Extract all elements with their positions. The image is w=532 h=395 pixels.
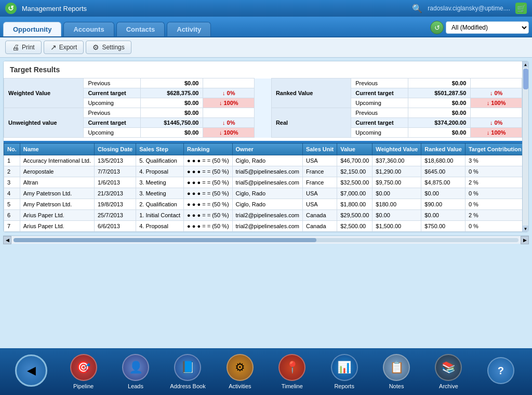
rv-curr-value: $501,287.50: [408, 88, 471, 98]
table-row: 7Arius Paper Ltd.6/6/20134. Proposal● ● …: [4, 221, 529, 232]
col-target-contribution: Target Contribution: [465, 143, 525, 155]
wv-curr-label: Current target: [84, 88, 141, 98]
rv-up-value: $0.00: [408, 98, 471, 108]
toolbar: 🖨 Print ↗ Export ⚙ Settings: [0, 37, 532, 58]
rv-curr-label: Current target: [351, 88, 408, 98]
table-header-row: No. Name Closing Date Sales Step Ranking…: [4, 143, 529, 155]
real-label: Real: [271, 108, 351, 138]
tab-contacts[interactable]: Contacts: [116, 22, 165, 36]
leads-icon: 👤: [122, 354, 149, 381]
col-sales-step: Sales Step: [136, 143, 184, 155]
nav-pipeline[interactable]: 🎯 Pipeline: [57, 354, 109, 389]
col-value: Value: [337, 143, 373, 155]
rv-prev-value: $0.00: [408, 78, 471, 88]
col-sales-unit: Sales Unit: [303, 143, 337, 155]
vertical-scrollbar[interactable]: ▲ ▼: [522, 61, 528, 232]
nav-home[interactable]: ◀: [5, 354, 57, 389]
cart-icon[interactable]: 🛒: [515, 3, 527, 14]
table-row: Weighted Value Previous $0.00 Ranked Val…: [4, 78, 522, 88]
topbar: ↺ Management Reports 🔍 radoslav.ciglansk…: [0, 0, 532, 17]
scroll-right-button[interactable]: ▶: [521, 236, 529, 244]
wv-up-label: Upcoming: [84, 98, 141, 108]
col-weighted-value: Weighted Value: [373, 143, 421, 155]
archive-icon: 📚: [435, 354, 462, 381]
uv-curr-pct: ↓ 0%: [203, 118, 255, 128]
nav-reports[interactable]: 📊 Reports: [318, 354, 370, 389]
col-closing-date: Closing Date: [94, 143, 136, 155]
wv-up-value: $0.00: [140, 98, 203, 108]
table-row: 2Aeropostale7/7/20134. Proposal● ● ● = =…: [4, 166, 529, 177]
filter-select[interactable]: All (Modified) All My Opportunities: [446, 21, 529, 34]
col-name: Name: [20, 143, 94, 155]
ranked-value-label: Ranked Value: [271, 78, 351, 108]
export-button[interactable]: ↗ Export: [44, 41, 84, 54]
nav-archive[interactable]: 📚 Archive: [422, 354, 474, 389]
col-ranking: Ranking: [184, 143, 232, 155]
nav-leads[interactable]: 👤 Leads: [110, 354, 162, 389]
target-results-table: Weighted Value Previous $0.00 Ranked Val…: [4, 78, 522, 138]
weighted-value-label: Weighted Value: [4, 78, 84, 108]
nav-timeline[interactable]: 📍 Timeline: [266, 354, 318, 389]
scroll-left-button[interactable]: ◀: [3, 236, 11, 244]
nav-address-book[interactable]: 📘 Address Book: [162, 354, 214, 389]
uv-curr-value: $1445,750.00: [140, 118, 203, 128]
address-book-icon: 📘: [174, 354, 201, 381]
rv-curr-pct: ↓ 0%: [471, 88, 522, 98]
tab-activity[interactable]: Activity: [167, 22, 211, 36]
col-owner: Owner: [232, 143, 302, 155]
nav-activities[interactable]: ⚙ Activities: [214, 354, 266, 389]
uv-prev-value: $0.00: [140, 108, 203, 118]
table-row: Unweighted value Previous $0.00 Real Pre…: [4, 108, 522, 118]
uv-up-pct: ↓ 100%: [203, 128, 255, 138]
wv-up-pct: ↓ 100%: [203, 98, 255, 108]
print-icon: 🖨: [12, 43, 19, 51]
notes-icon: 📋: [383, 354, 410, 381]
target-results-header: Target Results: [4, 61, 522, 78]
export-icon: ↗: [50, 43, 57, 51]
nav-pipeline-label: Pipeline: [73, 383, 94, 389]
user-label: radoslav.ciglansky@uptime....: [428, 5, 510, 12]
wv-prev-label: Previous: [84, 78, 141, 88]
settings-icon: ⚙: [92, 43, 99, 51]
nav-help[interactable]: ?: [475, 357, 527, 386]
wv-curr-pct: ↓ 0%: [203, 88, 255, 98]
content-wrapper: Target Results Weighted Value Previous $…: [0, 58, 532, 345]
scroll-up-button[interactable]: ▲: [523, 61, 529, 68]
rv-up-label: Upcoming: [351, 98, 408, 108]
help-icon: ?: [487, 357, 514, 384]
filter-group: ↺ All (Modified) All My Opportunities: [430, 21, 529, 36]
rv-up-pct: ↓ 100%: [471, 98, 522, 108]
nav-activities-label: Activities: [229, 383, 251, 389]
home-icon: ◀: [15, 354, 47, 387]
pipeline-icon: 🎯: [70, 354, 97, 381]
uv-up-label: Upcoming: [84, 128, 141, 138]
print-button[interactable]: 🖨 Print: [5, 41, 42, 54]
tabs-bar: Opportunity Accounts Contacts Activity ↺…: [0, 17, 532, 37]
r-curr-label: Current target: [351, 118, 408, 128]
table-row: 3Altran1/6/20133. Meeting● ● ● = = (50 %…: [4, 177, 529, 188]
r-up-label: Upcoming: [351, 128, 408, 138]
r-up-value: $0.00: [408, 128, 471, 138]
col-no: No.: [4, 143, 20, 155]
search-icon[interactable]: 🔍: [412, 4, 422, 14]
nav-address-label: Address Book: [170, 383, 205, 389]
settings-button[interactable]: ⚙ Settings: [86, 41, 131, 54]
r-up-pct: ↓ 100%: [471, 128, 522, 138]
app-logo: ↺: [5, 3, 17, 14]
sync-button[interactable]: ↺: [430, 21, 444, 34]
tab-accounts[interactable]: Accounts: [63, 22, 114, 36]
wv-curr-value: $628,375.00: [140, 88, 203, 98]
unweighted-value-label: Unweighted value: [4, 108, 84, 138]
table-row: 4Amy Patetrson Ltd.21/3/20133. Meeting● …: [4, 188, 529, 199]
tab-opportunity[interactable]: Opportunity: [3, 22, 61, 36]
r-prev-label: Previous: [351, 108, 408, 118]
app-title: Management Reports: [22, 5, 412, 12]
data-section: No. Name Closing Date Sales Step Ranking…: [4, 141, 522, 232]
timeline-icon: 📍: [278, 354, 305, 381]
wv-prev-value: $0.00: [140, 78, 203, 88]
scroll-thumb[interactable]: [523, 69, 528, 89]
nav-notes[interactable]: 📋 Notes: [370, 354, 422, 389]
scroll-down-button[interactable]: ▼: [523, 226, 529, 232]
uv-up-value: $0.00: [140, 128, 203, 138]
opportunities-table: No. Name Closing Date Sales Step Ranking…: [4, 143, 529, 232]
